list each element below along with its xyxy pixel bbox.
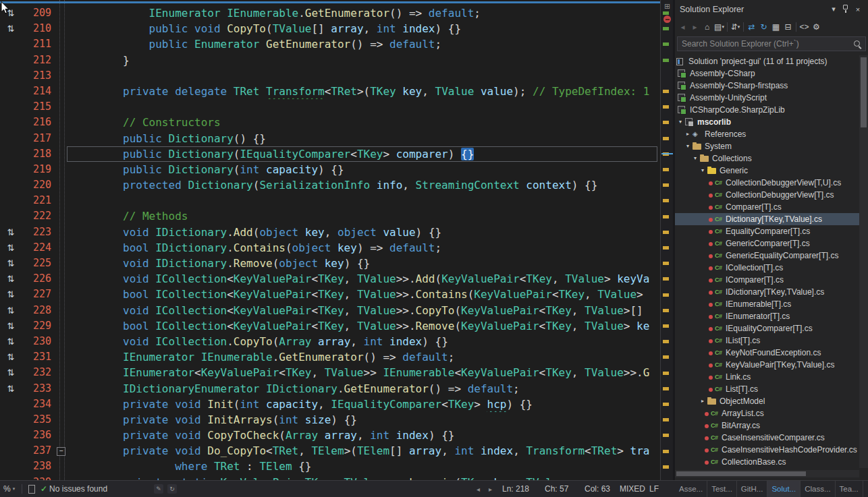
bottom-tab[interactable]: Test... xyxy=(707,481,737,497)
tree-item[interactable]: C#BitArray.cs xyxy=(675,419,859,432)
line-number[interactable]: 209 xyxy=(18,5,51,21)
code-line[interactable]: 217 public Dictionary() {} xyxy=(0,131,660,146)
code-line[interactable]: ⇅223 void IDictionary.Add(object key, ob… xyxy=(0,225,660,240)
line-number[interactable]: 236 xyxy=(18,428,51,443)
bottom-tab[interactable]: Asse... xyxy=(675,481,707,497)
code-line[interactable]: ⇅231 IEnumerator IEnumerable.GetEnumerat… xyxy=(0,349,660,365)
tree-item[interactable]: ▾mscorlib xyxy=(675,116,859,128)
home-icon[interactable]: ⌂ xyxy=(701,20,713,34)
line-number[interactable]: 211 xyxy=(18,36,51,52)
override-arrows-icon[interactable]: ⇅ xyxy=(3,256,18,271)
split-editor-icon[interactable]: ⊞ xyxy=(661,2,674,11)
code-line[interactable]: ⇅232 IEnumerator<KeyValuePair<TKey, TVal… xyxy=(0,365,660,380)
tree-item[interactable]: C#CollectionDebuggerView[T].cs xyxy=(675,189,859,201)
sync-with-active-document-icon[interactable]: ⇄ xyxy=(746,20,757,34)
code-line[interactable]: 218 public Dictionary(IEqualityComparer<… xyxy=(0,146,660,162)
line-indicator[interactable]: Ln: 218 xyxy=(502,481,529,497)
pending-changes-filter-icon[interactable]: ⇵▾ xyxy=(730,20,741,34)
override-arrows-icon[interactable]: ⇅ xyxy=(3,21,18,36)
switch-views-icon[interactable]: ▤▾ xyxy=(713,20,725,34)
tree-item[interactable]: C#CaseInsensitiveHashCodeProvider.cs xyxy=(675,444,859,456)
code-line[interactable]: 236 private void CopyToCheck(Array array… xyxy=(0,428,660,443)
code-line[interactable]: ⇅226 void ICollection<KeyValuePair<TKey,… xyxy=(0,271,660,287)
line-number[interactable]: 220 xyxy=(18,177,51,193)
tree-item[interactable]: ▸ObjectModel xyxy=(675,395,859,407)
code-line[interactable]: 239 private static KeyValuePair<TKey, TV… xyxy=(0,475,660,480)
line-number[interactable]: 224 xyxy=(18,240,51,256)
code-line[interactable]: 211 public Enumerator GetEnumerator() =>… xyxy=(0,36,660,52)
line-number[interactable]: 231 xyxy=(18,349,51,365)
tree-item[interactable]: C#IDictionary[TKey,TValue].cs xyxy=(675,286,859,298)
code-editor[interactable]: ⇅209 IEnumerator IEnumerable.GetEnumerat… xyxy=(0,0,660,480)
code-line[interactable]: ⇅230 void ICollection.CopyTo(Array array… xyxy=(0,334,660,349)
issues-indicator[interactable]: ✓ No issues found xyxy=(40,481,107,497)
line-number[interactable]: 214 xyxy=(18,84,51,99)
line-number[interactable]: 226 xyxy=(18,271,51,287)
pin-icon[interactable] xyxy=(840,3,852,16)
line-number[interactable]: 210 xyxy=(18,21,51,36)
tree-item[interactable]: C#IEqualityComparer[T].cs xyxy=(675,322,859,334)
line-number[interactable]: 234 xyxy=(18,397,51,412)
override-arrows-icon[interactable]: ⇅ xyxy=(3,365,18,380)
tree-item[interactable]: C#ArrayList.cs xyxy=(675,407,859,419)
code-line[interactable]: ⇅227 bool ICollection<KeyValuePair<TKey,… xyxy=(0,287,660,302)
line-number[interactable]: 229 xyxy=(18,318,51,334)
scrollbar-thumb[interactable] xyxy=(676,471,806,476)
expand-closed-icon[interactable]: ▸ xyxy=(684,128,691,140)
encoding-indicator[interactable]: MIXED xyxy=(620,481,645,497)
override-arrows-icon[interactable]: ⇅ xyxy=(3,318,18,334)
tree-item[interactable]: Assembly-CSharp xyxy=(675,67,859,80)
document-health-icon[interactable] xyxy=(28,481,35,497)
tree-item[interactable]: C#CaseInsensitiveComparer.cs xyxy=(675,432,859,444)
tree-item[interactable]: C#GenericEqualityComparer[T].cs xyxy=(675,250,859,262)
override-arrows-icon[interactable]: ⇅ xyxy=(3,334,18,349)
line-ending-indicator[interactable]: LF xyxy=(649,481,659,497)
tree-item[interactable]: C#GenericComparer[T].cs xyxy=(675,237,859,250)
code-line[interactable]: 214 private delegate TRet Transform<TRet… xyxy=(0,84,660,99)
scroll-right-icon[interactable]: ▸ xyxy=(489,481,492,497)
line-number[interactable]: 230 xyxy=(18,334,51,349)
bottom-tab[interactable]: Tea... xyxy=(836,481,863,497)
expand-open-icon[interactable]: ▾ xyxy=(699,165,706,177)
code-line[interactable]: 216 // Constructors xyxy=(0,115,660,130)
tree-item[interactable]: C#Dictionary[TKey,TValue].cs xyxy=(675,213,859,225)
back-icon[interactable]: ◂ xyxy=(677,20,688,34)
code-line[interactable]: ⇅225 void IDictionary.Remove(object key)… xyxy=(0,256,660,271)
expand-open-icon[interactable]: ▾ xyxy=(684,140,691,152)
line-number[interactable]: 237 xyxy=(18,443,51,459)
bottom-tab[interactable]: GitH... xyxy=(737,481,768,497)
code-line[interactable]: 234 private void Init(int capacity, IEqu… xyxy=(0,397,660,412)
override-arrows-icon[interactable]: ⇅ xyxy=(3,381,18,397)
expand-open-icon[interactable]: ▾ xyxy=(677,116,684,128)
code-line[interactable]: 235 private void InitArrays(int size) {} xyxy=(0,412,660,428)
line-number[interactable]: 228 xyxy=(18,303,51,318)
line-number[interactable]: 239 xyxy=(18,475,51,480)
tree-item[interactable]: C#Comparer[T].cs xyxy=(675,201,859,213)
code-line[interactable]: ⇅228 void ICollection<KeyValuePair<TKey,… xyxy=(0,303,660,318)
line-number[interactable]: 215 xyxy=(18,99,51,115)
override-arrows-icon[interactable]: ⇅ xyxy=(3,240,18,256)
code-line[interactable]: 215 xyxy=(0,99,660,115)
char-indicator[interactable]: Ch: 57 xyxy=(545,481,568,497)
code-line[interactable]: 213 xyxy=(0,68,660,84)
code-line[interactable]: ⇅233 IDictionaryEnumerator IDictionary.G… xyxy=(0,381,660,397)
line-number[interactable]: 222 xyxy=(18,208,51,224)
forward-icon[interactable]: ▸ xyxy=(689,20,701,34)
column-indicator[interactable]: Col: 63 xyxy=(585,481,610,497)
line-number[interactable]: 225 xyxy=(18,256,51,271)
line-number[interactable]: 212 xyxy=(18,53,51,68)
tree-item[interactable]: C#IEnumerable[T].cs xyxy=(675,298,859,310)
code-line[interactable]: 221 xyxy=(0,193,660,208)
properties-icon[interactable]: ⚙ xyxy=(811,20,822,34)
expand-closed-icon[interactable]: ▸ xyxy=(699,395,706,407)
tree-item[interactable]: ▾Collections xyxy=(675,152,859,165)
line-number[interactable]: 223 xyxy=(18,225,51,240)
edit-mode-icon[interactable]: ✎ xyxy=(154,481,163,497)
bottom-tab[interactable]: Solut... xyxy=(767,481,801,497)
override-arrows-icon[interactable]: ⇅ xyxy=(3,349,18,365)
line-number[interactable]: 233 xyxy=(18,381,51,397)
tree-item[interactable]: C#CollectionDebuggerView[T,U].cs xyxy=(675,177,859,189)
code-line[interactable]: 238 where TRet : TElem {} xyxy=(0,459,660,474)
tree-item[interactable]: C#List[T].cs xyxy=(675,383,859,395)
tree-item[interactable]: ICSharpCode.SharpZipLib xyxy=(675,104,859,116)
